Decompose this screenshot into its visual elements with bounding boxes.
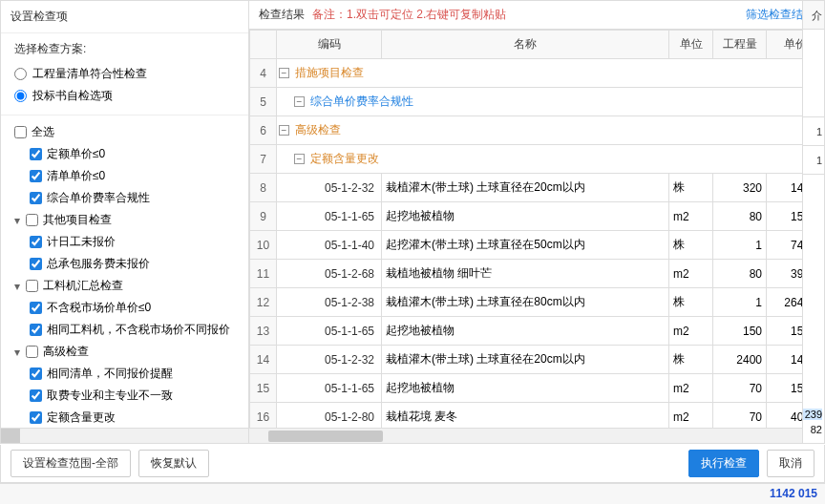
execute-button[interactable]: 执行检查 [688,450,759,477]
table-row[interactable]: 6− 高级检查 [250,116,824,145]
table-row[interactable]: 1305-1-1-65起挖地被植物m215015.61 [250,317,824,346]
tree-checkbox[interactable] [26,280,38,292]
group-cell[interactable]: − 高级检查 [277,116,824,145]
row-index: 12 [250,288,277,317]
tree-item-3[interactable]: ▾其他项目检查 [9,209,241,231]
cell-qty: 150 [713,317,767,346]
result-note: 备注：1.双击可定位 2.右键可复制粘贴 [312,7,506,23]
tree-checkbox[interactable] [30,236,42,248]
tree-label: 取费专业和主专业不一致 [47,388,173,404]
select-all-row[interactable]: 全选 [9,121,241,143]
footer: 设置检查范围-全部 恢复默认 执行检查 取消 [0,445,825,483]
table-row[interactable]: 7− 定额含量更改 [250,145,824,174]
table-row[interactable]: 905-1-1-65起挖地被植物m28015.61 [250,202,824,231]
scope-button[interactable]: 设置检查范围-全部 [11,450,131,477]
tree-item-7[interactable]: 不含税市场价单价≤0 [9,297,241,319]
result-title: 检查结果 [259,7,305,23]
row-index: 9 [250,202,277,231]
grid-hscroll[interactable] [249,428,824,443]
tree-checkbox[interactable] [30,368,42,380]
row-index: 11 [250,260,277,288]
tree-checkbox[interactable] [30,411,42,424]
caret-icon[interactable]: ▾ [14,280,24,293]
cell-qty: 80 [713,260,767,288]
tree-label: 相同工料机，不含税市场价不同报价 [47,322,230,338]
tree-item-2[interactable]: 综合单价费率合规性 [9,187,241,209]
tree-item-12[interactable]: 定额含量更改 [9,407,241,428]
tree-item-11[interactable]: 取费专业和主专业不一致 [9,385,241,407]
tree-checkbox[interactable] [30,302,42,314]
extra-header: 介 [803,1,824,30]
table-row[interactable]: 1205-1-2-38栽植灌木(带土球) 土球直径在80cm以内株1264.36 [250,288,824,317]
cell-unit: 株 [669,346,713,374]
table-row[interactable]: 805-1-2-32栽植灌木(带土球) 土球直径在20cm以内株32014.52 [250,174,824,202]
table-row[interactable]: 1105-1-2-68栽植地被植物 细叶芒m28039.15 [250,260,824,288]
tree-label: 综合单价费率合规性 [47,190,150,206]
tree-checkbox[interactable] [30,389,42,402]
table-row[interactable]: 1005-1-1-40起挖灌木(带土球) 土球直径在50cm以内株174.69 [250,231,824,260]
tree-checkbox[interactable] [26,214,38,226]
caret-icon[interactable]: ▾ [14,346,24,359]
tree-checkbox[interactable] [30,192,42,204]
tree-checkbox[interactable] [30,258,42,270]
row-index: 16 [250,403,277,429]
tree-item-5[interactable]: 总承包服务费未报价 [9,253,241,275]
expander-icon[interactable]: − [294,154,305,164]
row-index: 10 [250,231,277,260]
tree-label: 不含税市场价单价≤0 [47,300,151,316]
group-label: 高级检查 [292,123,341,136]
tree-item-1[interactable]: 清单单价≤0 [9,165,241,187]
radio-conformity[interactable]: 工程量清单符合性检查 [14,63,235,85]
cell-code: 05-1-1-65 [277,202,382,231]
restore-button[interactable]: 恢复默认 [138,450,209,477]
caret-icon[interactable]: ▾ [14,214,24,227]
tree-checkbox[interactable] [30,324,42,336]
cell-qty: 70 [713,374,767,403]
expander-icon[interactable]: − [279,125,289,136]
tree-item-10[interactable]: 相同清单，不同报价提醒 [9,363,241,385]
tree-item-6[interactable]: ▾工料机汇总检查 [9,275,241,297]
group-cell[interactable]: − 措施项目检查 [277,59,824,88]
table-row[interactable]: 5− 综合单价费率合规性 [250,88,824,116]
tree-checkbox[interactable] [26,346,38,358]
expander-icon[interactable]: − [279,68,289,78]
tree-label: 总承包服务费未报价 [47,256,150,272]
tree-item-0[interactable]: 定额单价≤0 [9,143,241,165]
cell-name: 栽植灌木(带土球) 土球直径在80cm以内 [382,288,669,317]
tree-checkbox[interactable] [30,148,42,160]
radio-selfcheck-input[interactable] [14,90,27,102]
tree-label: 相同清单，不同报价提醒 [47,366,173,382]
result-grid[interactable]: 编码 名称 单位 工程量 单价 4− 措施项目检查5− 综合单价费率合规性6− … [249,30,824,428]
radio-conformity-input[interactable] [14,68,27,80]
check-tree[interactable]: 全选 定额单价≤0清单单价≤0综合单价费率合规性▾其他项目检查计日工未报价总承包… [1,116,248,428]
col-idx [250,31,277,59]
cell-qty: 1 [713,231,767,260]
table-row[interactable]: 1505-1-1-65起挖地被植物m27015.61 [250,374,824,403]
left-hscroll[interactable] [1,428,248,443]
cell-unit: 株 [669,174,713,202]
cell-qty: 70 [713,403,767,429]
tree-item-8[interactable]: 相同工料机，不含税市场价不同报价 [9,319,241,341]
cell-qty: 320 [713,174,767,202]
select-all-checkbox[interactable] [14,126,27,138]
table-row[interactable]: 1405-1-2-32栽植灌木(带土球) 土球直径在20cm以内株240014.… [250,346,824,374]
group-cell[interactable]: − 综合单价费率合规性 [277,88,824,116]
cell-unit: m2 [669,317,713,346]
radio-selfcheck[interactable]: 投标书自检选项 [14,85,235,107]
expander-icon[interactable]: − [294,96,305,107]
group-cell[interactable]: − 定额含量更改 [277,145,824,174]
group-label: 定额含量更改 [307,152,379,165]
tree-item-9[interactable]: ▾高级检查 [9,341,241,363]
cell-name: 栽植灌木(带土球) 土球直径在20cm以内 [382,174,669,202]
table-row[interactable]: 4− 措施项目检查 [250,59,824,88]
cell-qty: 80 [713,202,767,231]
table-row[interactable]: 1605-1-2-80栽植花境 麦冬m27040.19 [250,403,824,429]
group-label: 综合单价费率合规性 [307,94,413,108]
cancel-button[interactable]: 取消 [767,450,814,477]
tree-checkbox[interactable] [30,170,42,182]
col-name: 名称 [382,31,669,59]
row-index: 7 [250,145,277,174]
tree-item-4[interactable]: 计日工未报价 [9,231,241,253]
status-a: 1142 015 [770,487,817,501]
cell-qty: 1 [713,288,767,317]
